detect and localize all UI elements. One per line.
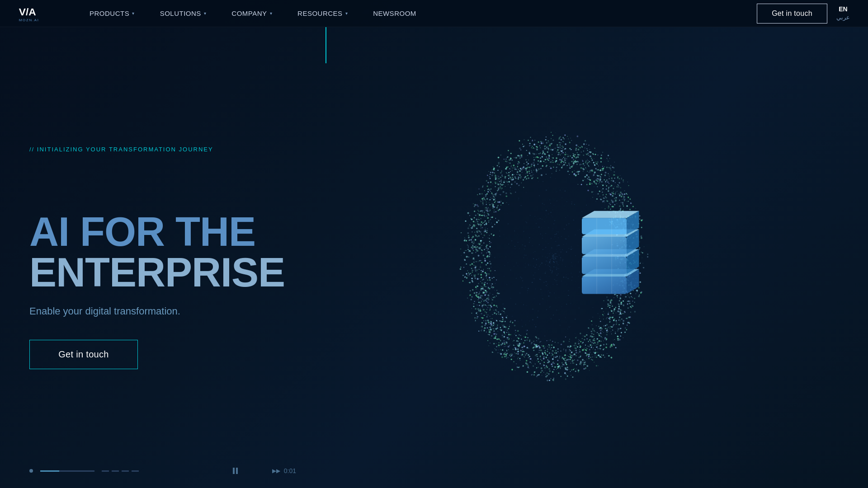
- chevron-down-icon: ▾: [132, 11, 135, 16]
- hero-graphic: [567, 207, 666, 308]
- progress-bar-area: ▶▶ 0:01: [0, 467, 326, 474]
- progress-dot-1[interactable]: [29, 469, 33, 473]
- chevron-down-icon: ▾: [345, 11, 348, 16]
- hero-title-line1: AI FOR THE: [29, 209, 255, 254]
- main-content: // INITIALIZING YOUR TRANSFORMATION JOUR…: [0, 0, 868, 488]
- hero-left-panel: // INITIALIZING YOUR TRANSFORMATION JOUR…: [0, 27, 326, 488]
- nav-solutions[interactable]: SOLUTIONS ▾: [147, 0, 219, 27]
- main-nav: PRODUCTS ▾ SOLUTIONS ▾ COMPANY ▾ RESOURC…: [77, 0, 757, 27]
- chevron-down-icon: ▾: [270, 11, 273, 16]
- play-icon: ▶▶: [272, 468, 280, 474]
- pause-button[interactable]: [233, 468, 238, 474]
- hero-right-panel: [326, 27, 868, 488]
- nav-resources[interactable]: RESOURCES ▾: [285, 0, 360, 27]
- lang-ar[interactable]: عربي: [836, 14, 850, 22]
- timer-display: ▶▶ 0:01: [272, 467, 296, 474]
- hero-subtitle: Enable your digital transformation.: [29, 305, 296, 317]
- progress-fill: [40, 470, 59, 472]
- hero-title-line2: ENTERPRISE: [29, 250, 285, 295]
- pause-icon: [233, 468, 238, 474]
- chevron-down-icon: ▾: [204, 11, 207, 16]
- hero-title: AI FOR THE ENTERPRISE: [29, 211, 296, 293]
- progress-dashes: [102, 470, 139, 472]
- header-cta-button[interactable]: Get in touch: [757, 4, 827, 23]
- logo[interactable]: V/A MOZN.AI: [18, 3, 50, 23]
- svg-text:MOZN.AI: MOZN.AI: [19, 18, 39, 22]
- tagline-prefix: //: [29, 146, 37, 153]
- site-header: V/A MOZN.AI PRODUCTS ▾ SOLUTIONS ▾ COMPA…: [0, 0, 868, 27]
- svg-rect-8: [582, 237, 627, 254]
- svg-rect-5: [582, 257, 627, 274]
- lang-en[interactable]: EN: [839, 5, 847, 14]
- nav-company[interactable]: COMPANY ▾: [219, 0, 285, 27]
- nav-newsroom[interactable]: NEWSROOM: [360, 0, 429, 27]
- hero-tagline: // INITIALIZING YOUR TRANSFORMATION JOUR…: [29, 146, 296, 153]
- svg-rect-11: [582, 218, 627, 234]
- svg-rect-2: [582, 277, 627, 294]
- timer-value: 0:01: [284, 467, 296, 474]
- nav-products[interactable]: PRODUCTS ▾: [77, 0, 147, 27]
- progress-track[interactable]: [40, 470, 94, 472]
- header-right: Get in touch EN عربي: [757, 4, 850, 23]
- hero-cta-button[interactable]: Get in touch: [29, 340, 138, 369]
- svg-text:V/A: V/A: [19, 6, 36, 18]
- language-switcher[interactable]: EN عربي: [836, 5, 850, 22]
